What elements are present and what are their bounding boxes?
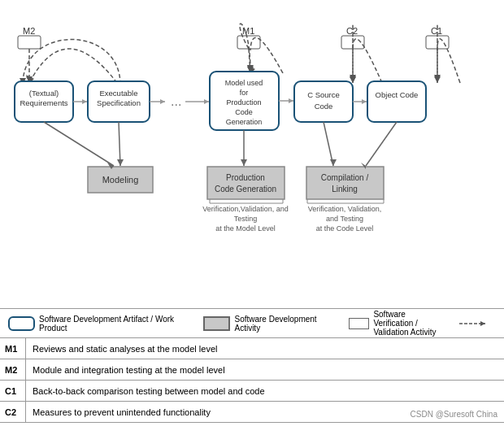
process-diagram: M2 M1 C2 C1 (0, 0, 504, 309)
svg-marker-64 (241, 159, 247, 166)
svg-rect-56 (306, 167, 384, 199)
svg-text:C1: C1 (431, 26, 442, 36)
row-key-c1: C1 (0, 381, 26, 401)
svg-line-61 (119, 122, 120, 166)
svg-marker-50 (362, 99, 367, 104)
diagram-area: M2 M1 C2 C1 (0, 0, 504, 309)
svg-line-59 (44, 122, 114, 166)
row-key-m1: M1 (0, 338, 26, 359)
svg-marker-62 (117, 159, 124, 166)
svg-text:Requirements: Requirements (20, 98, 67, 107)
legend-artifact: Software Development Artifact / Work Pro… (8, 315, 189, 333)
svg-text:(Textual): (Textual) (29, 89, 59, 98)
svg-text:C2: C2 (346, 26, 358, 36)
legend-arrow (459, 318, 496, 329)
svg-marker-42 (82, 99, 87, 104)
svg-marker-44 (160, 99, 165, 104)
svg-text:M2: M2 (23, 26, 35, 36)
svg-text:for: for (240, 89, 249, 97)
watermark: CSDN @Suresoft China (411, 410, 497, 419)
svg-text:C Source: C Source (307, 90, 340, 99)
svg-text:Code Generation: Code Generation (215, 185, 276, 194)
legend-activity: Software Development Activity (203, 315, 333, 333)
table-row: M1 Reviews and static analyses at the mo… (0, 338, 504, 359)
svg-rect-39 (367, 81, 426, 122)
svg-text:Testing: Testing (234, 215, 258, 223)
legend-verification: Software Verification /Validation Activi… (349, 310, 445, 337)
artifact-icon (8, 316, 35, 331)
svg-marker-46 (204, 99, 209, 104)
table-row: C2 Measures to prevent unintended functi… (0, 402, 504, 423)
svg-text:and Testing: and Testing (326, 215, 363, 223)
svg-text:Verification, Validation,: Verification, Validation, (308, 205, 381, 213)
reference-table: M1 Reviews and static analyses at the mo… (0, 338, 504, 423)
row-value-m2: Module and integration testing at the mo… (26, 359, 504, 380)
svg-text:Production: Production (226, 173, 265, 182)
svg-text:Compilation /: Compilation / (321, 173, 369, 182)
svg-line-65 (324, 122, 333, 166)
table-row: C1 Back-to-back comparison testing betwe… (0, 381, 504, 402)
svg-text:...: ... (171, 94, 181, 108)
activity-icon (203, 316, 230, 331)
svg-text:Object Code: Object Code (376, 90, 419, 99)
svg-text:Production: Production (226, 98, 261, 107)
svg-text:Executable: Executable (99, 89, 137, 98)
row-key-c2: C2 (0, 402, 26, 422)
table-row: M2 Module and integration testing at the… (0, 359, 504, 381)
verification-icon (349, 318, 370, 329)
row-value-m1: Reviews and static analyses at the model… (26, 338, 504, 359)
svg-text:Code: Code (235, 108, 253, 116)
legend-verification-label: Software Verification /Validation Activi… (373, 310, 445, 337)
svg-text:at the Code Level: at the Code Level (316, 224, 374, 233)
svg-marker-66 (330, 159, 337, 166)
svg-text:Verification,Validation, and: Verification,Validation, and (202, 205, 288, 213)
row-key-m2: M2 (0, 359, 26, 380)
svg-text:Code: Code (315, 102, 333, 111)
svg-marker-48 (289, 98, 293, 103)
svg-text:Specification: Specification (97, 98, 141, 107)
legend-area: Software Development Artifact / Work Pro… (0, 309, 504, 338)
svg-text:Modeling: Modeling (102, 175, 139, 185)
arrow-icon (459, 318, 492, 329)
svg-text:Model used: Model used (225, 79, 263, 87)
row-value-c1: Back-to-back comparison testing between … (26, 381, 504, 401)
svg-text:Linking: Linking (332, 185, 358, 194)
legend-artifact-label: Software Development Artifact / Work Pro… (39, 315, 189, 333)
svg-text:Generation: Generation (226, 118, 263, 126)
svg-line-67 (366, 122, 397, 166)
legend-activity-label: Software Development Activity (234, 315, 333, 333)
svg-rect-1 (18, 36, 41, 49)
svg-rect-53 (207, 167, 285, 199)
svg-marker-82 (480, 321, 485, 326)
svg-text:at the Model Level: at the Model Level (215, 224, 276, 233)
